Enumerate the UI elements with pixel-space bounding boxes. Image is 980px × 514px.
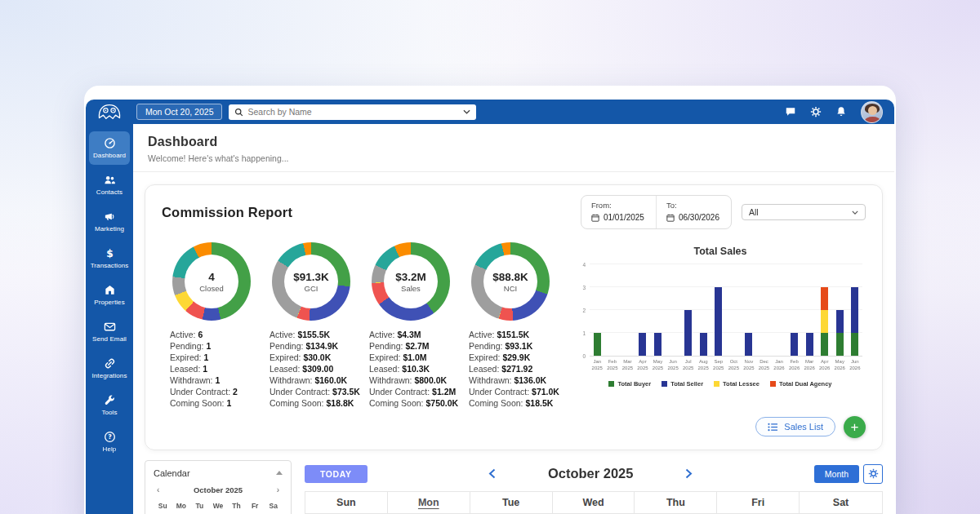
bar-column (650, 333, 666, 356)
bell-icon[interactable] (835, 106, 847, 117)
search-box[interactable] (229, 104, 476, 120)
legend-item: Total Seller (662, 380, 703, 388)
mini-prev-month-button[interactable]: ‹ (154, 485, 163, 494)
sidebar-item-label: Transactions (91, 262, 129, 269)
date-from-label: From: (591, 201, 644, 210)
sidebar-item-send-email[interactable]: Send Email (89, 315, 130, 348)
stat-label: Pending: (369, 341, 405, 351)
stat-label: Active: (369, 330, 397, 339)
mini-calendar-weekday: Su (154, 502, 172, 510)
date-from-field[interactable]: From: 01/01/2025 (581, 196, 657, 228)
commission-report-title: Commission Report (162, 205, 292, 220)
bar-column (786, 333, 802, 356)
bar-segment (806, 333, 813, 356)
bar-segment (851, 287, 858, 333)
bar-chart-plot: 01234 (590, 265, 862, 357)
sidebar-item-label: Send Email (92, 335, 127, 343)
user-avatar[interactable] (861, 101, 883, 123)
month-view-button[interactable]: Month (814, 465, 859, 483)
add-button[interactable]: + (844, 416, 866, 438)
stat-row: Withdrawn: 1 (170, 375, 261, 387)
sidebar-item-properties[interactable]: Properties (89, 278, 130, 312)
sidebar-item-marketing[interactable]: Marketing (89, 205, 130, 238)
mini-next-month-button[interactable]: › (274, 485, 283, 494)
donut-center-label: Sales (401, 284, 421, 293)
agent-filter-select[interactable]: All (742, 204, 866, 220)
legend-item: Total Dual Agency (770, 380, 832, 388)
stat-value: 1 (206, 341, 211, 351)
x-axis-label: Feb2025 (605, 359, 621, 372)
stat-row: Expired: $30.0K (270, 352, 361, 364)
bar-column (742, 333, 757, 356)
stat-label: Leased: (270, 364, 302, 374)
bar-segment (684, 310, 692, 356)
sales-list-button[interactable]: Sales List (755, 417, 835, 436)
x-axis-label: Apr2025 (635, 359, 651, 372)
chat-icon[interactable] (785, 106, 796, 117)
sidebar-item-help[interactable]: ?Help (89, 425, 130, 459)
mini-calendar-weekday: Sa (264, 502, 283, 510)
date-button[interactable]: Mon Oct 20, 2025 (136, 104, 222, 120)
donut-chart-4: $88.8KNCIActive: $151.5KPending: $93.1KE… (461, 242, 560, 410)
x-axis-label: May2025 (650, 359, 666, 372)
stat-label: Active: (170, 330, 198, 339)
calendar-weekday-thu: Thu (635, 492, 717, 513)
bar-column (696, 333, 711, 356)
bar-segment (821, 310, 828, 333)
app-logo-owl-icon[interactable] (86, 103, 133, 121)
contacts-icon (104, 174, 116, 186)
sidebar-item-tools[interactable]: Tools (89, 388, 130, 422)
stat-row: Active: $151.5K (469, 330, 560, 341)
donut-ring: $3.2MSales (372, 242, 450, 321)
today-button[interactable]: TODAY (305, 465, 368, 483)
avatar-shoulders (865, 117, 880, 123)
search-input[interactable] (247, 107, 459, 117)
stat-label: Pending: (469, 341, 505, 351)
integrations-icon (104, 357, 116, 370)
calendar-weekday-header: SunMonTueWedThuFriSat (305, 491, 883, 514)
transactions-icon: $ (104, 247, 116, 259)
topbar-actions (785, 101, 883, 123)
donut-stats: Active: $4.3MPending: $2.7MExpired: $1.0… (361, 330, 461, 410)
x-axis-label: Jul2025 (680, 359, 696, 372)
calendar-icon (591, 214, 599, 222)
gear-icon[interactable] (810, 106, 822, 117)
bar-segment (836, 310, 844, 333)
marketing-icon (104, 210, 116, 223)
bar-stack (851, 287, 858, 356)
x-axis-label: Aug2025 (696, 359, 711, 372)
stat-value: $271.92 (501, 364, 532, 374)
stat-label: Pending: (270, 341, 305, 351)
bar-column (680, 310, 696, 356)
prev-month-icon[interactable] (487, 467, 497, 481)
stat-row: Active: $4.3M (369, 330, 461, 341)
legend-item: Total Buyer (608, 380, 651, 388)
date-to-field[interactable]: To: 06/30/2026 (657, 196, 731, 228)
stat-value: $1.2M (432, 387, 456, 397)
stat-value: $10.3K (402, 364, 430, 374)
x-axis-label: Dec2025 (756, 359, 772, 372)
chart-title: Total Sales (575, 246, 866, 257)
stat-label: Leased: (170, 364, 203, 374)
page-header: Dashboard Welcome! Here's what's happeni… (133, 124, 894, 172)
stat-label: Under Contract: (469, 387, 532, 397)
stat-row: Pending: 1 (170, 341, 261, 352)
sidebar-item-contacts[interactable]: Contacts (89, 168, 130, 202)
main-content: Dashboard Welcome! Here's what's happeni… (133, 124, 894, 514)
calendar-settings-button[interactable] (863, 464, 883, 484)
stat-value: 6 (198, 330, 203, 339)
legend-label: Total Buyer (617, 380, 651, 388)
calendar-weekday-tue: Tue (470, 492, 553, 513)
chevron-down-icon[interactable] (463, 109, 470, 114)
stat-label: Under Contract: (170, 387, 233, 397)
sidebar-item-dashboard[interactable]: Dashboard (89, 131, 130, 165)
donut-center-value: $88.8K (492, 271, 528, 283)
sidebar-item-transactions[interactable]: $Transactions (89, 241, 130, 275)
bar-column (817, 287, 832, 356)
next-month-icon[interactable] (684, 467, 694, 481)
stat-label: Coming Soon: (469, 398, 525, 408)
legend-swatch (608, 381, 614, 387)
collapse-icon[interactable] (276, 471, 283, 475)
bar-stack (821, 287, 828, 356)
sidebar-item-integrations[interactable]: Integrations (89, 352, 130, 385)
